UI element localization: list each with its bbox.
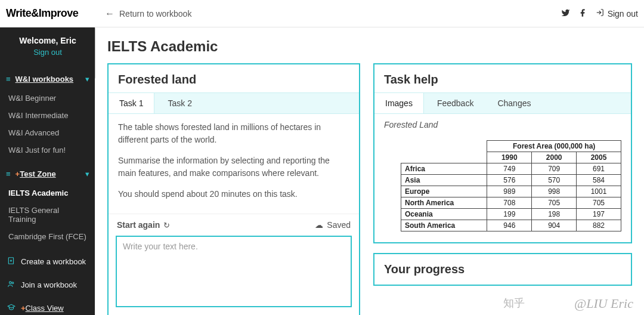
cell: 691 [577,163,621,175]
help-panel-title: Task help [374,64,631,92]
sidebar-item-ielts-general[interactable]: IELTS General Training [0,202,95,228]
help-caption: Forested Land [384,120,621,129]
sidebar-join-workbook[interactable]: Join a workbook [0,273,95,297]
col-header: 2000 [532,152,577,163]
document-plus-icon [7,257,16,267]
return-to-workbook-link[interactable]: ← Return to workbook [105,8,191,19]
sidebar-signout-link[interactable]: Sign out [0,48,95,57]
sidebar-section-workbooks[interactable]: ≡ W&I workbooks ▾ [0,69,95,89]
list-icon: ≡ [6,75,11,84]
sidebar-item-justforfun[interactable]: W&I Just for fun! [0,141,95,159]
signout-top[interactable]: Sign out [596,8,638,18]
task-paragraph: Summarise the information by selecting a… [118,155,349,180]
twitter-icon[interactable] [561,8,570,19]
signout-label: Sign out [608,9,638,18]
plus-icon: + [16,169,20,178]
sidebar-class-view[interactable]: + Class View [0,297,95,315]
tab-images[interactable]: Images [374,93,424,113]
table-row: Oceania199198197 [401,209,621,220]
cell: 576 [487,175,532,186]
row-header: North America [401,197,487,209]
sidebar-section-testzone[interactable]: ≡ + Test Zone ▾ [0,163,95,184]
cell: 705 [532,197,577,209]
plus-icon: + [21,304,26,313]
saved-label: Saved [327,220,351,230]
col-header: 1990 [487,152,532,163]
tab-task2[interactable]: Task 2 [157,93,202,113]
table-title: Forest Area (000,000 ha) [487,141,621,152]
section-label: Test Zone [20,169,55,178]
task-tabs: Task 1 Task 2 [109,92,359,114]
sidebar-item-intermediate[interactable]: W&I Intermediate [0,107,95,124]
sidebar-item-ielts-academic[interactable]: IELTS Academic [0,184,95,202]
cell: 946 [487,220,532,231]
table-row: Africa749709691 [401,163,621,175]
table-row: South America946904882 [401,220,621,231]
table-row: North America708705705 [401,197,621,209]
cell: 197 [577,209,621,220]
cell: 708 [487,197,532,209]
people-icon [7,280,16,290]
progress-panel-title: Your progress [374,254,631,285]
cloud-icon: ☁ [315,220,323,230]
cell: 199 [487,209,532,220]
link-label: Create a workbook [21,257,86,266]
writing-editor[interactable]: Write your text here. [116,236,352,307]
cell: 198 [532,209,577,220]
task-panel: Forested land Task 1 Task 2 The table sh… [107,63,360,315]
row-header: Oceania [401,209,487,220]
tab-changes[interactable]: Changes [487,93,541,113]
cell: 749 [487,163,532,175]
editor-toolbar: Start again ↻ ☁ Saved [109,214,359,233]
caret-down-icon: ▾ [85,75,89,84]
logo: Write&Improve [0,7,95,20]
reset-icon[interactable]: ↻ [163,221,170,230]
topbar: Write&Improve ← Return to workbook Sign … [0,0,644,27]
cell: 705 [577,197,621,209]
cell: 882 [577,220,621,231]
task-paragraph: The table shows forested land in million… [118,121,349,146]
tab-feedback[interactable]: Feedback [426,93,484,113]
facebook-icon[interactable] [578,8,587,19]
column-left: Forested land Task 1 Task 2 The table sh… [107,63,360,315]
arrow-left-icon: ← [105,8,114,19]
table-row: Asia576570584 [401,175,621,186]
sidebar-item-cambridge-fce[interactable]: Cambridge First (FCE) [0,228,95,245]
caret-down-icon: ▾ [85,169,89,178]
row-header: Asia [401,175,487,186]
signout-icon [596,8,604,18]
row-header: Europe [401,186,487,197]
task-body: The table shows forested land in million… [109,114,359,214]
graduation-cap-icon [7,303,16,313]
content-shell: Welcome, Eric Sign out ≡ W&I workbooks ▾… [0,27,644,315]
col-header: 2005 [577,152,621,163]
cell: 998 [532,186,577,197]
page-title: IELTS Academic [107,38,632,55]
welcome-text: Welcome, Eric [0,36,95,45]
start-again-label: Start again [117,220,160,230]
cell: 584 [577,175,621,186]
sidebar-welcome: Welcome, Eric Sign out [0,27,95,64]
svg-point-4 [10,282,12,284]
progress-panel: Your progress [373,253,632,286]
help-body: Forested Land Forest Area (000,000 ha) 1… [374,114,631,242]
cell: 989 [487,186,532,197]
saved-indicator: ☁ Saved [315,220,351,230]
row-header: South America [401,220,487,231]
list-icon: ≡ [6,169,11,178]
tab-task1[interactable]: Task 1 [109,93,154,113]
return-label: Return to workbook [119,9,191,18]
task-panel-title: Forested land [109,64,359,92]
sidebar-create-workbook[interactable]: Create a workbook [0,250,95,273]
brand-text: Write&Improve [6,7,78,20]
cell: 570 [532,175,577,186]
cell: 1001 [577,186,621,197]
column-right: Task help Images Feedback Changes Forest… [373,63,632,315]
topbar-right: Sign out [561,8,638,19]
columns: Forested land Task 1 Task 2 The table sh… [107,63,632,315]
cell: 904 [532,220,577,231]
link-label: Join a workbook [21,280,77,289]
sidebar-item-beginner[interactable]: W&I Beginner [0,89,95,107]
sidebar-item-advanced[interactable]: W&I Advanced [0,124,95,141]
table-row: Europe9899981001 [401,186,621,197]
